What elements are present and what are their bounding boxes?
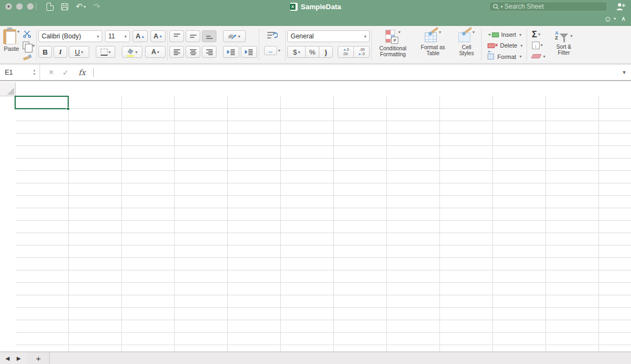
alignment-group: ab ▾ — [169, 28, 257, 62]
fill-dropdown-icon: ▾ — [541, 43, 543, 48]
font-name-combo[interactable]: Calibri (Body) ▾ — [38, 30, 102, 42]
increase-indent-button[interactable] — [241, 46, 257, 58]
number-group: General ▾ $ ▾ % ) ◄.0.00 .00►.0 — [287, 28, 370, 62]
search-scope-dropdown-icon[interactable]: ▾ — [501, 4, 503, 9]
paste-label[interactable]: Paste — [4, 46, 19, 52]
spreadsheet-grid[interactable] — [16, 96, 631, 352]
feedback-dropdown-icon[interactable]: ▾ — [614, 16, 616, 21]
fill-color-button[interactable]: ▾ — [122, 46, 142, 58]
number-format-combo[interactable]: General ▾ — [287, 30, 370, 42]
active-cell-selection[interactable] — [15, 96, 69, 109]
fill-button[interactable]: ↓ ▾ — [532, 40, 545, 50]
name-box-spinner[interactable]: ▲ ▼ — [31, 65, 40, 80]
align-left-button[interactable] — [169, 46, 184, 58]
next-sheet-icon[interactable]: ▶ — [17, 355, 21, 361]
decrease-indent-button[interactable] — [223, 46, 239, 58]
cells-group: Insert ▾ Delete ▾ Format ▾ — [483, 28, 525, 62]
align-bottom-button[interactable] — [202, 30, 216, 42]
comma-icon: ) — [325, 48, 327, 56]
paste-icon[interactable] — [3, 29, 16, 44]
increase-font-size-button[interactable]: A ▲ — [133, 30, 148, 42]
cut-icon[interactable] — [23, 30, 31, 38]
formula-input[interactable] — [94, 65, 622, 80]
align-right-button[interactable] — [202, 46, 216, 58]
font-name-value: Calibri (Body) — [42, 32, 81, 40]
group-separator — [481, 29, 482, 61]
font-name-dropdown-icon[interactable]: ▾ — [97, 34, 99, 39]
ribbon-tab-row — [0, 13, 631, 26]
confirm-entry-icon[interactable]: ✓ — [62, 68, 69, 77]
decrease-font-size-button[interactable]: A ▼ — [150, 30, 166, 42]
spinner-up-icon[interactable]: ▲ — [33, 69, 36, 72]
delete-cells-label: Delete — [500, 42, 517, 49]
merge-cells-button[interactable]: ↔ ▾ — [264, 46, 280, 55]
clear-button[interactable]: ▾ — [532, 51, 545, 62]
borders-button[interactable]: ▾ — [96, 46, 115, 58]
format-cells-button[interactable]: Format ▾ — [488, 52, 523, 62]
previous-sheet-icon[interactable]: ◀ — [5, 355, 10, 361]
size-up-icon: ▲ — [141, 35, 144, 38]
format-as-table-button[interactable]: ▾ Format as Table — [417, 29, 449, 62]
font-size-dropdown-icon[interactable]: ▾ — [124, 34, 127, 39]
align-center-button[interactable] — [186, 46, 200, 58]
cancel-entry-icon[interactable]: × — [49, 68, 54, 77]
select-all-corner[interactable] — [0, 82, 16, 96]
percent-format-button[interactable]: % — [305, 46, 319, 58]
decrease-decimal-top: .00 — [359, 48, 365, 52]
text-orientation-button[interactable]: ab ▾ — [223, 30, 246, 42]
increase-decimal-bottom: .00 — [343, 52, 348, 56]
insert-function-icon[interactable]: fx — [78, 68, 86, 77]
share-person-icon[interactable] — [616, 2, 626, 11]
collapse-ribbon-icon[interactable]: ∧ — [621, 15, 626, 22]
font-size-combo[interactable]: 11 ▾ — [105, 30, 130, 42]
delete-cells-button[interactable]: Delete ▾ — [488, 41, 523, 50]
copy-icon[interactable] — [23, 42, 29, 49]
fill-color-icon — [127, 49, 134, 55]
conditional-formatting-button[interactable]: ≠ ▾ Conditional Formatting — [373, 29, 412, 62]
underline-dropdown-icon[interactable]: ▾ — [81, 50, 83, 55]
wrap-text-button[interactable] — [267, 31, 278, 41]
borders-dropdown-icon[interactable]: ▾ — [109, 50, 111, 55]
spinner-down-icon[interactable]: ▼ — [33, 72, 36, 76]
increase-decimal-button[interactable]: ◄.0.00 — [338, 46, 354, 58]
feedback-smiley-icon[interactable]: ☺ — [604, 14, 612, 23]
autosum-dropdown-icon: ▾ — [538, 32, 540, 37]
comma-format-button[interactable]: ) — [319, 46, 333, 58]
merge-dropdown-icon[interactable]: ▾ — [278, 48, 280, 53]
format-cells-icon — [488, 54, 494, 59]
bold-button[interactable]: B — [38, 46, 52, 58]
font-group: Calibri (Body) ▾ 11 ▾ A ▲ A ▼ B I U ▾ — [38, 28, 166, 62]
fill-color-dropdown-icon[interactable]: ▾ — [135, 50, 137, 55]
orientation-dropdown-icon[interactable]: ▾ — [238, 34, 240, 39]
font-color-dropdown-icon[interactable]: ▾ — [157, 50, 159, 55]
fill-handle[interactable] — [67, 107, 70, 110]
search-input[interactable]: ▾ Search Sheet — [489, 2, 607, 11]
sort-filter-label: Sort & Filter — [553, 44, 575, 56]
copy-dropdown-icon[interactable]: ▾ — [32, 43, 35, 48]
cell-styles-button[interactable]: ▾ Cell Styles — [453, 29, 479, 62]
name-box[interactable]: E1 — [0, 65, 31, 80]
ribbon: ▾ Paste ▾ Calibri (Body) ▾ — [0, 26, 631, 64]
add-sheet-button[interactable]: + — [27, 352, 50, 364]
italic-button[interactable]: I — [54, 46, 67, 58]
insert-cells-button[interactable]: Insert ▾ — [488, 30, 523, 39]
cell-reference: E1 — [5, 69, 13, 76]
format-painter-icon[interactable] — [23, 53, 31, 61]
align-top-button[interactable] — [169, 30, 184, 42]
number-format-dropdown-icon[interactable]: ▾ — [364, 34, 366, 39]
align-middle-button[interactable] — [186, 30, 200, 42]
currency-dropdown-icon[interactable]: ▾ — [298, 50, 300, 55]
currency-format-button[interactable]: $ ▾ — [287, 46, 306, 58]
underline-button[interactable]: U ▾ — [69, 46, 89, 58]
format-cells-label: Format — [497, 54, 516, 60]
group-separator — [167, 29, 168, 61]
sort-filter-button[interactable]: AZ ▾ Sort & Filter — [551, 29, 577, 62]
formula-bar: E1 ▲ ▼ × ✓ fx ▼ — [0, 64, 631, 81]
font-color-button[interactable]: A ▾ — [145, 46, 166, 58]
paste-dropdown-icon[interactable]: ▾ — [17, 29, 19, 34]
expand-formula-bar-icon[interactable]: ▼ — [622, 70, 627, 75]
autosum-button[interactable]: Σ ▾ — [532, 29, 545, 39]
bold-glyph: B — [43, 48, 48, 56]
decrease-decimal-button[interactable]: .00►.0 — [353, 46, 370, 58]
font-a-glyph: A — [136, 33, 141, 39]
